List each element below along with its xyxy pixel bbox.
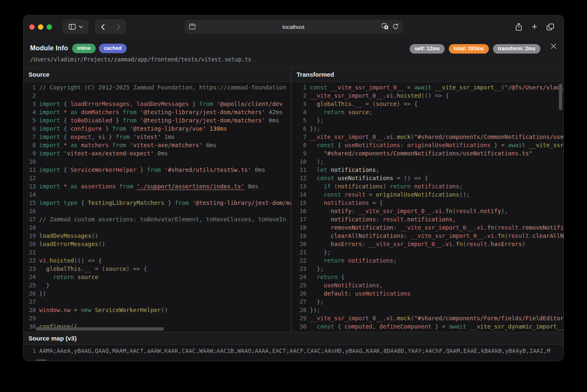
code-line: 9import 'vitest-axe/extend-expect' 0ms bbox=[24, 149, 291, 157]
code-line: 9 "#shared/components/CommonNotification… bbox=[292, 149, 563, 157]
panes-header: Source Transformed bbox=[24, 68, 563, 82]
code-line: 26}) bbox=[24, 289, 291, 298]
code-line: 2__vite_ssr_import_0__.vi.hoisted(() => … bbox=[292, 92, 563, 100]
code-line: 12 const useNotifications = () => { bbox=[292, 174, 563, 182]
new-tab-button[interactable]: + bbox=[532, 22, 537, 31]
code-line: 20loadErrorMessages() bbox=[24, 240, 291, 248]
sidebar-icon bbox=[68, 23, 76, 30]
code-line: 14 const result = originalUseNotificatio… bbox=[292, 190, 563, 199]
code-line: 27 }; bbox=[292, 298, 563, 306]
code-line: 15 notifications = { bbox=[292, 199, 563, 207]
code-line: 3import { loadErrorMessages, loadDevMess… bbox=[24, 100, 291, 108]
code-line: 27 bbox=[24, 298, 291, 306]
browser-window: localhost bbox=[23, 15, 564, 361]
code-line: 8 const { useNotifications: originalUseN… bbox=[292, 141, 563, 149]
reload-icon[interactable] bbox=[392, 23, 399, 30]
module-info-header: Module Info inlinecached self: 12mstotal… bbox=[24, 38, 563, 68]
timing-badge: transform: 2ms bbox=[493, 44, 540, 54]
chevron-down-icon bbox=[79, 25, 83, 28]
sourcemap-horizontal-scrollbar[interactable] bbox=[36, 359, 47, 361]
source-horizontal-scrollbar[interactable] bbox=[36, 327, 164, 331]
back-icon bbox=[101, 24, 105, 30]
tab-overview-button[interactable] bbox=[546, 23, 554, 31]
code-line: 12 bbox=[24, 174, 291, 182]
code-line: 25 useNotifications, bbox=[292, 281, 563, 289]
forward-button[interactable] bbox=[111, 24, 126, 30]
code-line: 24 return { bbox=[292, 273, 563, 281]
code-line: 22 return notifications; bbox=[292, 256, 563, 265]
code-line: 23 }; bbox=[292, 265, 563, 273]
close-panel-button[interactable] bbox=[550, 43, 557, 49]
code-line: 19loadDevMessages() bbox=[24, 232, 291, 240]
code-line: 15import type { TestingLibraryMatchers }… bbox=[24, 199, 291, 207]
code-line: 18 removeNotification: __vite_ssr_import… bbox=[292, 223, 563, 232]
transformed-pane[interactable]: 1const __vite_ssr_import_0__ = await __v… bbox=[292, 82, 563, 332]
code-line: 19 clearAllNotifications: __vite_ssr_imp… bbox=[292, 232, 563, 240]
code-line: 23 globalThis.__ = (source) => { bbox=[24, 265, 291, 273]
code-line: 11 let notifications; bbox=[292, 166, 563, 174]
page-icon bbox=[189, 23, 196, 30]
module-badge: inline bbox=[72, 44, 96, 53]
sourcemap-line-number: 1 bbox=[24, 347, 36, 354]
code-line: 2 bbox=[24, 92, 291, 100]
back-button[interactable] bbox=[95, 24, 111, 30]
code-line: 16 notify: __vite_ssr_import_0__.vi.fn(r… bbox=[292, 207, 563, 215]
code-line: 14 bbox=[24, 190, 291, 199]
address-bar[interactable]: localhost bbox=[184, 20, 403, 34]
code-line: 1const __vite_ssr_import_0__ = await __v… bbox=[292, 83, 563, 92]
tab-overview-icon bbox=[546, 23, 554, 31]
code-line: 24 return source bbox=[24, 273, 291, 281]
code-line: 17// Zammad custom assertions: toBeAvata… bbox=[24, 215, 291, 223]
sourcemap-title: Source map (v3) bbox=[24, 332, 563, 345]
nav-buttons bbox=[95, 19, 126, 34]
code-line: 20 hasErrors: __vite_ssr_import_0__.vi.f… bbox=[292, 240, 563, 248]
sidebar-toggle-button[interactable] bbox=[63, 19, 88, 34]
traffic-lights bbox=[29, 24, 52, 30]
code-line: 7__vite_ssr_import_0__.vi.mock("#shared/… bbox=[292, 133, 563, 141]
code-line: 18 bbox=[24, 223, 291, 232]
code-line: 10 ); bbox=[292, 157, 563, 166]
module-file-path: /Users/vladimir/Projects/zammad/app/fron… bbox=[30, 56, 557, 63]
timing-metrics: self: 12mstotal: 193mstransform: 2ms bbox=[410, 44, 540, 54]
code-line: 6import { configure } from '@testing-lib… bbox=[24, 124, 291, 133]
forward-icon bbox=[116, 24, 121, 30]
translate-icon[interactable] bbox=[382, 23, 389, 30]
close-icon bbox=[550, 43, 557, 49]
module-badges: inlinecached bbox=[72, 44, 127, 53]
module-badge: cached bbox=[99, 44, 127, 53]
code-line: 26 default: useNotifications bbox=[292, 289, 563, 298]
zoom-window-button[interactable] bbox=[47, 24, 52, 30]
transformed-vertical-scrollbar[interactable] bbox=[559, 84, 562, 110]
minimize-window-button[interactable] bbox=[38, 24, 43, 30]
code-line: 8import * as matchers from 'vitest-axe/m… bbox=[24, 141, 291, 149]
code-line: 21 bbox=[24, 248, 291, 256]
code-line: 3 globalThis.__ = (source) => { bbox=[292, 100, 563, 108]
page-title: Module Info bbox=[30, 45, 68, 52]
code-panes: 1// Copyright (C) 2012-2025 Zammad Found… bbox=[24, 82, 563, 332]
code-line: 13import * as assertions from './support… bbox=[24, 182, 291, 190]
code-line: 7import { expect, vi } from 'vitest' 1ms bbox=[24, 133, 291, 141]
timing-badge: total: 193ms bbox=[449, 44, 489, 54]
code-line: 4 return source; bbox=[292, 108, 563, 116]
code-line: 29 bbox=[24, 314, 291, 322]
code-line: 1// Copyright (C) 2012-2025 Zammad Found… bbox=[24, 83, 291, 92]
source-pane[interactable]: 1// Copyright (C) 2012-2025 Zammad Found… bbox=[24, 82, 292, 332]
close-window-button[interactable] bbox=[29, 24, 35, 30]
code-line: 10 bbox=[24, 157, 291, 166]
code-line: 5 }; bbox=[292, 116, 563, 124]
timing-badge: self: 12ms bbox=[410, 44, 445, 54]
code-line: 6}); bbox=[292, 124, 563, 133]
sourcemap-body[interactable]: 1 AAMA;AAeA,yBAAG,QAAQ,MAAM;AACf,aAAW,KA… bbox=[24, 345, 563, 361]
code-line: 4import * as domMatchers from '@testing-… bbox=[24, 108, 291, 116]
code-line: 5import { toBeDisabled } from '@testing-… bbox=[24, 116, 291, 124]
share-button[interactable] bbox=[515, 23, 523, 31]
share-icon bbox=[515, 23, 523, 31]
code-line: 29__vite_ssr_import_0__.vi.mock("#shared… bbox=[292, 314, 563, 322]
code-line: 22vi.hoisted(() => { bbox=[24, 256, 291, 265]
code-line: 28window.sw = new ServiceWorkerHelper() bbox=[24, 306, 291, 314]
transformed-pane-title: Transformed bbox=[292, 68, 334, 82]
code-line: 25 } bbox=[24, 281, 291, 289]
browser-titlebar: localhost bbox=[24, 15, 563, 38]
code-line: 11import { ServiceWorkerHelper } from '#… bbox=[24, 166, 291, 174]
code-line: 17 notifications: result.notifications, bbox=[292, 215, 563, 223]
